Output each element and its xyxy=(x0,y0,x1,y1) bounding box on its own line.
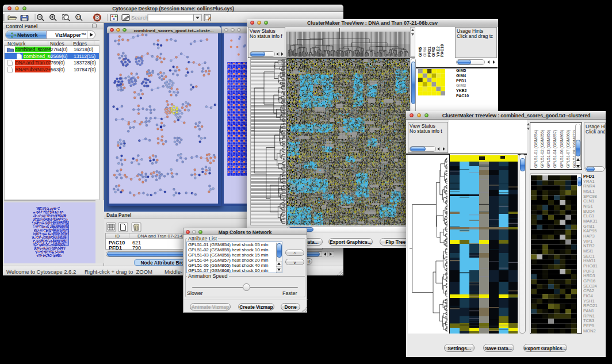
svg-text:GPL51-07 (GSM868): GPL51-07 (GSM868) xyxy=(566,130,571,168)
svg-text:PFD1: PFD1 xyxy=(427,47,431,57)
svg-text:GIM4: GIM4 xyxy=(423,47,427,57)
svg-text:GPL51-02 (GSM855): GPL51-02 (GSM855) xyxy=(540,130,545,168)
svg-text:PAC10: PAC10 xyxy=(440,44,444,57)
svg-text:GIM3: GIM3 xyxy=(431,47,435,57)
svg-text:YKE2: YKE2 xyxy=(436,47,440,57)
svg-text:1:1: 1:1 xyxy=(77,16,81,19)
svg-text:GIM5: GIM5 xyxy=(418,47,422,57)
svg-text:GPL51-03 (GSM856): GPL51-03 (GSM856) xyxy=(546,130,551,168)
svg-text:GPL51-06 (GSM865): GPL51-06 (GSM865) xyxy=(560,130,564,168)
svg-text:Search:: Search: xyxy=(131,14,150,21)
svg-text:GPL51-01 (GSM854): GPL51-01 (GSM854) xyxy=(534,130,538,168)
svg-text:GPL51-04 (GSM857): GPL51-04 (GSM857) xyxy=(553,130,557,168)
